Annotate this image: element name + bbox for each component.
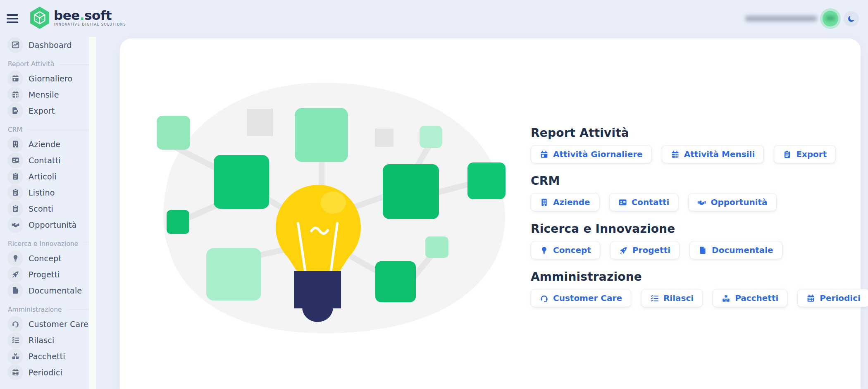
- button-row: Concept Progetti Documentale: [531, 241, 845, 259]
- sidebar-item-rilasci[interactable]: Rilasci: [0, 332, 89, 348]
- sidebar-item-sconti[interactable]: Sconti: [0, 200, 89, 217]
- boxes-icon: [12, 352, 19, 360]
- sidebar-item-concept[interactable]: Concept: [0, 250, 89, 266]
- sidebar-item-customer-care[interactable]: Customer Care: [0, 316, 89, 332]
- sidebar-item-label: Export: [29, 106, 55, 115]
- green-node: [206, 248, 261, 301]
- sidebar-item-articoli[interactable]: Articoli: [0, 168, 89, 184]
- sidebar-mini-strip[interactable]: [89, 37, 96, 389]
- sidebar-item-label: Mensile: [29, 90, 59, 99]
- button-row: Aziende Contatti Opportunità: [531, 193, 845, 211]
- calendar-icon: [671, 150, 680, 159]
- sidebar-item-label: Aziende: [29, 140, 60, 149]
- sidebar-item-label: Progetti: [29, 270, 60, 279]
- hamburger-icon[interactable]: [7, 14, 18, 23]
- green-node: [425, 236, 448, 258]
- sidebar-item-documentale[interactable]: Documentale: [0, 282, 89, 298]
- moon-icon: [847, 14, 856, 23]
- group-title: Report Attività: [531, 126, 845, 140]
- file-export-icon: [12, 107, 19, 115]
- brand-name-secondary: soft: [84, 8, 112, 23]
- documentale-button[interactable]: Documentale: [689, 241, 782, 259]
- sidebar-item-aziende[interactable]: Aziende: [0, 136, 89, 152]
- button-label: Progetti: [632, 245, 670, 255]
- group-title: CRM: [531, 174, 845, 188]
- sidebar-item-giornaliero[interactable]: Giornaliero: [0, 70, 89, 86]
- sidebar-item-contatti[interactable]: Contatti: [0, 152, 89, 168]
- button-label: Opportunità: [711, 197, 767, 207]
- building-icon: [540, 198, 548, 207]
- sidebar-item-label: Periodici: [29, 368, 62, 377]
- quick-access-groups: Report Attività Attività Giornaliere Att…: [531, 126, 845, 318]
- green-node: [157, 116, 190, 150]
- green-node: [383, 164, 439, 219]
- handshake-icon: [697, 198, 706, 207]
- button-label: Export: [796, 149, 827, 159]
- button-label: Rilasci: [663, 293, 694, 303]
- sidebar-item-label: Sconti: [29, 204, 53, 213]
- calendar-day-icon: [12, 74, 19, 82]
- headset-icon: [540, 294, 548, 303]
- rocket-icon: [12, 270, 19, 278]
- gray-node: [247, 109, 273, 136]
- button-label: Concept: [553, 245, 591, 255]
- sidebar-item-dashboard[interactable]: Dashboard: [0, 37, 89, 53]
- calendar-icon: [12, 91, 19, 98]
- brand-name-primary: bee: [54, 8, 80, 23]
- sidebar-item-opportunit[interactable]: Opportunità: [0, 217, 89, 233]
- sidebar-item-progetti[interactable]: Progetti: [0, 266, 89, 282]
- list-check-icon: [12, 336, 19, 344]
- headset-icon: [12, 320, 19, 328]
- attivit-mensili-button[interactable]: Attività Mensili: [662, 145, 764, 163]
- brand-logo[interactable]: bee.soft INNOVATIVE DIGITAL SOLUTIONS: [29, 6, 126, 29]
- sidebar-item-listino[interactable]: Listino: [0, 184, 89, 200]
- rocket-icon: [619, 246, 628, 255]
- pacchetti-button[interactable]: Pacchetti: [713, 289, 787, 307]
- sidebar-section-header-amministrazione: Amministrazione: [0, 303, 89, 316]
- green-node: [375, 261, 416, 302]
- sidebar-item-label: Pacchetti: [29, 352, 65, 361]
- button-label: Attività Mensili: [684, 149, 755, 159]
- sidebar-section-header-report-attivit: Report Attività: [0, 58, 89, 70]
- export-button[interactable]: Export: [774, 145, 836, 163]
- aziende-button[interactable]: Aziende: [531, 193, 599, 211]
- button-label: Periodici: [820, 293, 861, 303]
- clipboard-icon: [12, 189, 19, 196]
- periodici-button[interactable]: Periodici: [797, 289, 868, 307]
- sidebar-item-label: Articoli: [29, 172, 57, 181]
- button-label: Customer Care: [553, 293, 622, 303]
- brand-dot: .: [80, 8, 84, 23]
- group-crm: CRM Aziende Contatti Opportunità: [531, 174, 845, 211]
- concept-button[interactable]: Concept: [531, 241, 600, 259]
- calendar-day-icon: [540, 150, 548, 159]
- sidebar-item-label: Opportunità: [29, 220, 77, 229]
- sidebar-item-mensile[interactable]: Mensile: [0, 86, 89, 103]
- customer-care-button[interactable]: Customer Care: [531, 289, 631, 307]
- hexagon-cube-icon: [29, 6, 50, 29]
- avatar[interactable]: [823, 11, 838, 26]
- attivit-giornaliere-button[interactable]: Attività Giornaliere: [531, 145, 652, 163]
- sidebar-item-label: Documentale: [29, 286, 82, 295]
- address-card-icon: [618, 198, 627, 207]
- button-row: Customer Care Rilasci Pacchetti Periodic…: [531, 289, 845, 307]
- rilasci-button[interactable]: Rilasci: [641, 289, 703, 307]
- progetti-button[interactable]: Progetti: [610, 241, 680, 259]
- sidebar-item-export[interactable]: Export: [0, 103, 89, 119]
- green-node: [167, 210, 189, 234]
- clipboard-icon: [783, 150, 792, 159]
- calendar-days-icon: [806, 294, 815, 303]
- sidebar-item-pacchetti[interactable]: Pacchetti: [0, 348, 89, 364]
- opportunit-button[interactable]: Opportunità: [688, 193, 776, 211]
- group-amministrazione: Amministrazione Customer Care Rilasci Pa…: [531, 270, 845, 307]
- calendar-days-icon: [12, 368, 19, 376]
- sidebar-item-label: Contatti: [29, 156, 61, 165]
- sidebar-item-periodici[interactable]: Periodici: [0, 364, 89, 380]
- boxes-icon: [722, 294, 730, 303]
- user-name-redacted: [745, 16, 817, 21]
- contatti-button[interactable]: Contatti: [609, 193, 679, 211]
- group-ricerca-e-innovazione: Ricerca e Innovazione Concept Progetti D…: [531, 222, 845, 259]
- idea-network-illustration: [149, 80, 506, 336]
- theme-toggle-button[interactable]: [844, 11, 859, 26]
- sidebar-section-header-ricerca-e-innovazione: Ricerca e Innovazione: [0, 238, 89, 250]
- button-row: Attività Giornaliere Attività Mensili Ex…: [531, 145, 845, 163]
